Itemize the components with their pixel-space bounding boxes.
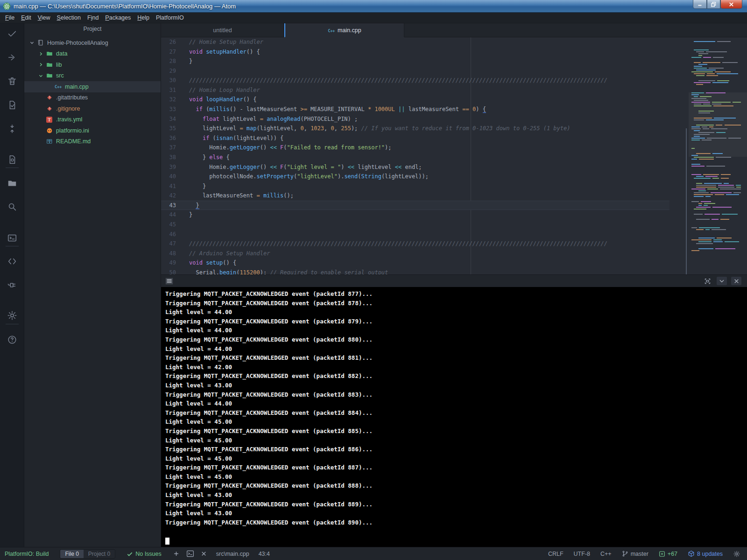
menu-platformio[interactable]: PlatformIO [153,14,187,21]
terminal-line: Light level = 43.00 [165,382,747,391]
code-line-32[interactable]: 32void loopHandler() { [161,95,669,105]
code-line-46[interactable]: 46 [161,230,669,239]
tree-item-lib[interactable]: lib [24,59,161,70]
chevron-down-icon[interactable] [29,41,35,45]
code-line-39[interactable]: 39 Homie.getLogger() << F("Light level =… [161,162,669,172]
menu-file[interactable]: File [2,14,18,21]
terminal-output[interactable]: Triggering MQTT_PACKET_ACKNOWLEDGED even… [161,287,747,547]
project-tree: Homie-PhotocellAnalogdatalibsrcC++main.c… [24,35,161,147]
test-file-icon[interactable] [0,97,24,113]
terminal-buffer-icon[interactable] [165,278,173,285]
tree-item-main-cpp[interactable]: C++main.cpp [24,81,161,92]
code-line-38[interactable]: 38 } else { [161,153,669,162]
code-editor[interactable]: 26// Homie Setup Handler27void setupHand… [161,37,747,274]
settings-gear-status-icon[interactable] [733,550,740,558]
clean-trash-icon[interactable] [0,73,24,89]
code-line-43[interactable]: 43 } [161,201,669,210]
close-button[interactable] [720,0,742,9]
terminal-plus-icon[interactable] [173,550,180,557]
chevron-down-icon[interactable] [38,74,43,78]
serial-plug-icon[interactable] [0,277,24,293]
menu-selection[interactable]: Selection [54,14,84,21]
atom-logo-icon [3,2,11,10]
tab-untitled[interactable]: untitled [161,23,284,37]
diff-added-icon [659,551,665,557]
code-line-49[interactable]: 49void setup() { [161,258,669,268]
terminal-collapse-icon[interactable] [717,277,727,285]
no-issues-status[interactable]: No Issues [127,551,162,557]
menu-find[interactable]: Find [84,14,102,21]
code-line-40[interactable]: 40 photocellNode.setProperty("lightLevel… [161,172,669,182]
upload-arrow-icon[interactable] [0,49,24,65]
cursor-position[interactable]: 43:4 [259,551,270,557]
build-check-icon[interactable] [0,26,24,42]
code-line-31[interactable]: 31// Homie Loop Handler [161,85,669,95]
tree-item--gitignore[interactable]: .gitignore [24,103,161,114]
code-line-48[interactable]: 48// Arduino Setup Handler [161,249,669,259]
update-arrows-icon[interactable] [0,121,24,137]
code-line-33[interactable]: 33 if (millis() - lastMeasureSent >= MEA… [161,105,669,114]
tree-item-label: .gitignore [56,105,80,112]
restore-button[interactable] [707,0,720,9]
code-line-35[interactable]: 35 lightLevel = map(lightLevel, 0, 1023,… [161,124,669,133]
tree-item-homie-photocellanalog[interactable]: Homie-PhotocellAnalog [24,37,161,49]
tree-item-data[interactable]: data [24,49,161,60]
code-line-36[interactable]: 36 if (isnan(lightLevel)) { [161,133,669,143]
code-line-50[interactable]: 50 Serial.begin(115200); // Required to … [161,268,669,274]
code-line-34[interactable]: 34 float lightLevel = analogRead(PHOTOCE… [161,114,669,124]
tree-item-readme-md[interactable]: README.md [24,136,161,147]
git-changes-status[interactable]: +67 [659,551,677,557]
code-line-41[interactable]: 41 } [161,182,669,191]
terminal-maximize-icon[interactable] [702,277,712,285]
tree-item--gitattributes[interactable]: .gitattributes [24,92,161,104]
settings-gear-icon[interactable] [0,308,24,323]
terminal-icon[interactable] [0,230,24,246]
code-line-28[interactable]: 28} [161,56,669,66]
search-icon[interactable] [0,199,24,215]
code-file-icon[interactable] [0,152,24,168]
menu-packages[interactable]: Packages [102,14,134,21]
code-line-30[interactable]: 30//////////////////////////////////////… [161,76,669,85]
terminal-line: Triggering MQTT_PACKET_ACKNOWLEDGED even… [165,501,747,510]
tree-item-label: .travis.yml [56,116,82,123]
angle-brackets-icon[interactable] [0,253,24,269]
terminal-status-icon[interactable] [186,550,194,557]
file-path[interactable]: src\main.cpp [216,551,249,557]
menu-help[interactable]: Help [134,14,153,21]
tab-main-cpp[interactable]: C++main.cpp [284,23,404,37]
grammar-indicator[interactable]: C++ [600,551,612,557]
tree-item-platformio-ini[interactable]: platformio.ini [24,125,161,136]
code-line-47[interactable]: 47//////////////////////////////////////… [161,239,669,249]
terminal-line: Triggering MQTT_PACKET_ACKNOWLEDGED even… [165,336,747,345]
git-icon [45,105,53,112]
file-issues-button[interactable]: File 0 [60,550,83,558]
encoding-indicator[interactable]: UTF-8 [574,551,590,557]
code-line-37[interactable]: 37 Homie.getLogger() << F("Failed to rea… [161,143,669,153]
chevron-right-icon[interactable] [38,52,43,56]
project-issues-button[interactable]: Project 0 [84,550,115,558]
chevron-right-icon[interactable] [38,63,43,67]
editor-scrollbar[interactable] [686,128,687,274]
code-line-29[interactable]: 29 [161,66,669,76]
terminal-line: Triggering MQTT_PACKET_ACKNOWLEDGED even… [165,464,747,473]
folder-icon[interactable] [0,175,24,191]
tree-item-src[interactable]: src [24,70,161,82]
line-ending-indicator[interactable]: CRLF [548,551,564,557]
git-branch-status[interactable]: master [622,550,648,557]
code-line-26[interactable]: 26// Homie Setup Handler [161,37,669,47]
terminal-line: Light level = 43.00 [165,510,747,519]
terminal-close-status-icon[interactable] [201,551,207,557]
terminal-close-icon[interactable] [731,277,741,285]
help-question-icon[interactable] [0,332,24,348]
code-line-42[interactable]: 42 lastMeasureSent = millis(); [161,191,669,201]
updates-available-status[interactable]: 8 updates [688,550,723,557]
minimize-button[interactable] [693,0,707,9]
menu-view[interactable]: View [35,14,54,21]
minimap[interactable] [689,37,747,274]
menu-edit[interactable]: Edit [18,14,35,21]
code-line-45[interactable]: 45 [161,220,669,230]
code-line-27[interactable]: 27void setupHandler() { [161,47,669,57]
tree-item--travis-yml[interactable]: T.travis.yml [24,114,161,126]
platformio-build-status[interactable]: PlatformIO: Build [5,551,49,557]
code-line-44[interactable]: 44} [161,210,669,220]
